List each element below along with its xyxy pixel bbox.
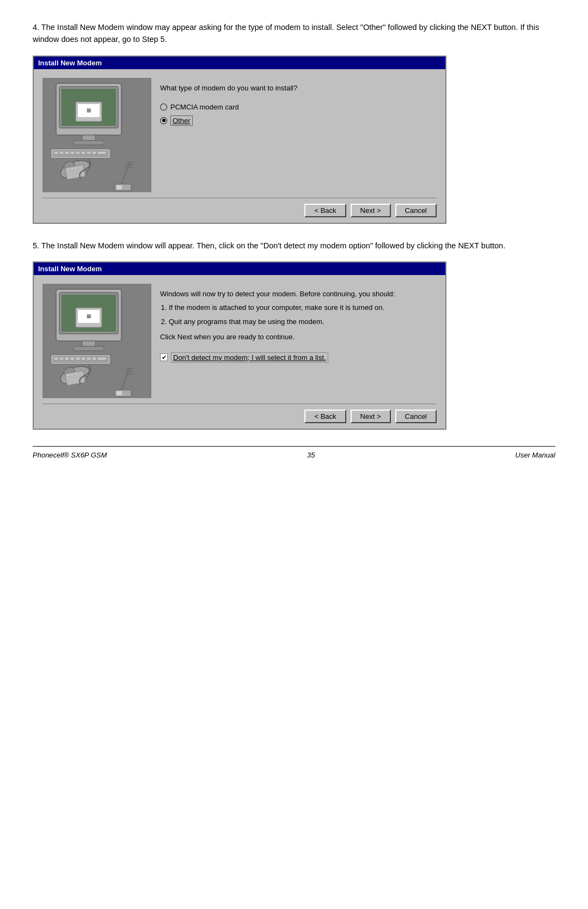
- dialog1-radio-group: PCMCIA modem card Other: [160, 103, 437, 126]
- dialog1-content: What type of modem do you want to instal…: [160, 78, 437, 192]
- radio-pcmcia-circle[interactable]: [160, 103, 167, 111]
- dialog1: Install New Modem ⊞: [33, 56, 446, 224]
- dialog2: Install New Modem ⊞: [33, 261, 446, 430]
- svg-text:⊞: ⊞: [87, 107, 91, 113]
- svg-rect-52: [97, 357, 106, 360]
- dialog2-titlebar: Install New Modem: [34, 263, 445, 275]
- dialog1-image: ⊞: [42, 78, 151, 192]
- svg-rect-13: [65, 151, 69, 154]
- svg-rect-46: [65, 357, 69, 360]
- svg-rect-7: [82, 135, 95, 141]
- svg-rect-19: [97, 151, 106, 154]
- dialog2-image: ⊞: [42, 284, 151, 398]
- svg-rect-59: [74, 373, 77, 376]
- dialog1-cancel-button[interactable]: Cancel: [395, 204, 437, 217]
- svg-rect-12: [59, 151, 64, 154]
- dialog2-click-next: Click Next when you are ready to continu…: [160, 332, 437, 342]
- dialog1-title: Install New Modem: [38, 59, 102, 67]
- dialog2-step2: Quit any programs that may be using the …: [169, 316, 437, 327]
- radio-other-label: Other: [170, 115, 193, 126]
- svg-rect-47: [70, 357, 75, 360]
- svg-rect-26: [74, 167, 77, 169]
- dialog2-title: Install New Modem: [38, 265, 102, 273]
- dialog2-checkbox-option[interactable]: Don't detect my modem; I will select it …: [160, 352, 437, 363]
- svg-rect-44: [54, 357, 58, 360]
- svg-rect-25: [71, 167, 74, 170]
- svg-rect-51: [92, 357, 96, 360]
- dialog2-intro: Windows will now try to detect your mode…: [160, 289, 437, 299]
- dialog2-checkbox[interactable]: [160, 353, 168, 361]
- step4-text: 4. The Install New Modem window may appe…: [33, 22, 555, 46]
- svg-rect-41: [74, 346, 104, 351]
- svg-rect-50: [87, 357, 91, 360]
- dialog1-next-button[interactable]: Next >: [351, 204, 391, 217]
- dialog2-next-button[interactable]: Next >: [351, 410, 391, 423]
- radio-pcmcia-label: PCMCIA modem card: [170, 103, 239, 111]
- footer-left: Phonecell® SX6P GSM: [33, 451, 107, 459]
- svg-rect-24: [67, 168, 70, 170]
- svg-rect-45: [59, 357, 64, 360]
- svg-rect-57: [67, 374, 70, 377]
- dialog1-titlebar: Install New Modem: [34, 57, 445, 69]
- footer-page-number: 35: [307, 451, 315, 459]
- svg-rect-11: [54, 151, 58, 154]
- dialog1-footer: < Back Next > Cancel: [34, 198, 445, 223]
- svg-rect-16: [81, 151, 85, 154]
- dialog2-footer: < Back Next > Cancel: [34, 404, 445, 429]
- dialog2-steps-list: If the modem is attached to your compute…: [169, 302, 437, 327]
- dialog1-back-button[interactable]: < Back: [304, 204, 346, 217]
- footer: Phonecell® SX6P GSM 35 User Manual: [33, 446, 555, 459]
- svg-rect-14: [70, 151, 75, 154]
- dialog2-step1: If the modem is attached to your compute…: [169, 302, 437, 313]
- dialog2-cancel-button[interactable]: Cancel: [395, 410, 437, 423]
- dialog2-checkbox-label: Don't detect my modem; I will select it …: [171, 352, 328, 363]
- svg-rect-58: [71, 374, 74, 376]
- radio-option-other[interactable]: Other: [160, 115, 437, 126]
- svg-rect-49: [81, 357, 85, 360]
- svg-rect-48: [76, 357, 80, 360]
- svg-rect-17: [87, 151, 91, 154]
- radio-other-circle[interactable]: [160, 117, 167, 124]
- svg-rect-8: [74, 141, 104, 145]
- svg-rect-15: [76, 151, 80, 154]
- svg-rect-65: [117, 391, 122, 395]
- step5-text: 5. The Install New Modem window will app…: [33, 240, 555, 252]
- svg-rect-18: [92, 151, 96, 154]
- dialog2-list-content: Windows will now try to detect your mode…: [160, 289, 437, 342]
- footer-right: User Manual: [515, 451, 555, 459]
- svg-text:⊞: ⊞: [87, 313, 91, 319]
- dialog2-content: Windows will now try to detect your mode…: [160, 284, 437, 398]
- radio-option-pcmcia[interactable]: PCMCIA modem card: [160, 103, 437, 111]
- svg-rect-32: [117, 185, 122, 190]
- dialog1-question: What type of modem do you want to instal…: [160, 83, 437, 93]
- dialog2-back-button[interactable]: < Back: [304, 410, 346, 423]
- svg-rect-40: [82, 341, 95, 346]
